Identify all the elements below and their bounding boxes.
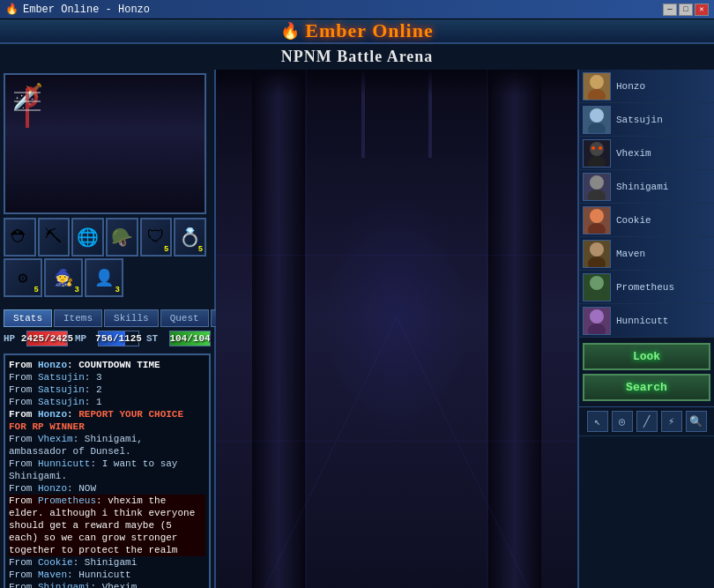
mage-icon: 🧙 <box>54 268 73 287</box>
hp-value: 2425/2425 <box>27 331 67 346</box>
avatar-maven <box>583 240 611 268</box>
search-button[interactable]: Search <box>583 374 710 401</box>
player-name-maven: Maven <box>616 249 645 259</box>
ring-count: 5 <box>198 245 203 254</box>
chat-line: From Cookie: Shinigami <box>9 556 205 569</box>
svg-point-16 <box>591 146 595 150</box>
target-tool[interactable]: ◎ <box>612 411 633 432</box>
tab-stats[interactable]: Stats <box>4 309 52 327</box>
player-name-vhexim: Vhexim <box>616 148 651 159</box>
chat-line: From Prometheus: vhexim the elder. altho… <box>9 495 205 556</box>
gear-count: 5 <box>34 286 39 294</box>
shield-slot[interactable]: 🛡 5 <box>140 218 173 257</box>
look-button[interactable]: Look <box>583 343 710 370</box>
shield-icon: 🛡 <box>147 227 165 248</box>
hat-icon: 🪖 <box>111 227 133 249</box>
app-title: Ember Online <box>305 19 433 42</box>
hp-row: HP 2425/2425 MP 756/1125 ST 104/104 <box>4 331 211 346</box>
hat-slot[interactable]: 🪖 <box>106 218 138 257</box>
tab-skills[interactable]: Skills <box>104 309 159 327</box>
mage-slot[interactable]: 🧙 3 <box>44 258 83 297</box>
equipment-area: ⛑ ⛏ 🌐 🪖 🛡 5 💍 <box>4 218 206 306</box>
svg-point-18 <box>590 175 604 190</box>
interact-tool[interactable]: ⚡ <box>661 411 682 432</box>
player-name-honzo: Honzo <box>616 81 645 92</box>
svg-point-15 <box>588 156 606 167</box>
shield-count: 5 <box>164 245 168 254</box>
tab-quest[interactable]: Quest <box>160 309 209 327</box>
chat-line: From Honzo: COUNTDOWN TIME <box>9 359 205 371</box>
window-title: Ember Online - Honzo <box>23 4 661 16</box>
chat-line: From Shinigami: Vhexim. <box>9 581 205 588</box>
app-logo-icon: 🔥 <box>280 21 300 41</box>
svg-point-17 <box>599 146 602 150</box>
equipment-row-1: ⛑ ⛏ 🌐 🪖 🛡 5 💍 <box>4 218 206 257</box>
right-panel: Honzo Satsujin <box>577 70 714 588</box>
avatar-honzo <box>583 72 611 100</box>
content-area: 🗡️ ⛑ ⛏ <box>0 70 714 588</box>
player-prometheus[interactable]: Prometheus <box>579 271 714 304</box>
player-shinigami[interactable]: Shinigami <box>579 170 714 204</box>
svg-point-27 <box>588 324 606 334</box>
helmet-slot[interactable]: ⛑ <box>4 218 36 257</box>
chat-area[interactable]: From Honzo: COUNTDOWN TIME From Satsujin… <box>4 354 211 588</box>
chat-line: From Maven: Hunnicutt <box>9 569 205 581</box>
avatar-satsujin <box>583 106 611 134</box>
tool-slot[interactable]: ⛏ <box>38 218 71 257</box>
left-panel: 🗡️ ⛑ ⛏ <box>0 70 216 588</box>
titlebar: 🔥 Ember Online - Honzo ─ □ ✕ <box>0 0 714 19</box>
svg-point-26 <box>590 309 604 324</box>
avatar-shinigami <box>583 173 611 201</box>
svg-point-13 <box>588 123 606 133</box>
zoom-tool[interactable]: 🔍 <box>686 411 707 432</box>
gear-slot[interactable]: ⚙ 5 <box>4 258 42 297</box>
avatar-prometheus <box>583 273 611 301</box>
mp-value: 756/1125 <box>99 331 138 346</box>
mage-count: 3 <box>75 286 79 294</box>
player-maven[interactable]: Maven <box>579 237 714 271</box>
tabs-row: Stats Items Skills Quest Map <box>0 306 214 327</box>
person-count: 3 <box>115 286 120 294</box>
tab-items[interactable]: Items <box>54 309 102 327</box>
globe-icon: 🌐 <box>77 227 99 249</box>
minimize-button[interactable]: ─ <box>663 4 677 16</box>
action-buttons: Look Search <box>579 338 714 406</box>
player-vhexim[interactable]: Vhexim <box>579 137 714 170</box>
person-slot[interactable]: 👤 3 <box>85 258 123 297</box>
hp-bar: 2425/2425 <box>26 331 68 346</box>
player-name-satsujin: Satsujin <box>616 115 663 125</box>
tool-icon: ⛏ <box>45 227 63 248</box>
close-button[interactable]: ✕ <box>695 4 709 16</box>
st-value: 104/104 <box>170 331 210 346</box>
maximize-button[interactable]: □ <box>679 4 693 16</box>
chat-line: From Honzo: NOW <box>9 482 205 495</box>
right-blank-area <box>579 435 714 588</box>
svg-point-22 <box>590 242 604 257</box>
avatar-hunnicutt <box>583 307 611 335</box>
tool-icons: ↖ ◎ ╱ ⚡ 🔍 <box>579 406 714 435</box>
scene-lines <box>216 70 577 588</box>
st-label: ST <box>146 333 166 344</box>
cursor-tool[interactable]: ↖ <box>587 411 608 432</box>
mp-bar: 756/1125 <box>98 331 139 346</box>
svg-point-19 <box>588 190 606 200</box>
player-satsujin[interactable]: Satsujin <box>579 103 714 137</box>
svg-point-12 <box>590 108 604 123</box>
svg-point-10 <box>590 75 604 89</box>
center-panel <box>216 70 577 588</box>
player-hunnicutt[interactable]: Hunnicutt <box>579 304 714 338</box>
svg-point-24 <box>590 276 604 290</box>
players-list: Honzo Satsujin <box>579 70 714 338</box>
character-view: 🗡️ <box>4 73 206 214</box>
attack-tool[interactable]: ╱ <box>636 411 658 432</box>
globe-slot[interactable]: 🌐 <box>71 218 104 257</box>
player-cookie[interactable]: Cookie <box>579 204 714 237</box>
player-honzo[interactable]: Honzo <box>579 70 714 103</box>
svg-point-25 <box>588 290 606 301</box>
player-name-hunnicutt: Hunnicutt <box>616 316 668 326</box>
ring-slot[interactable]: 💍 5 <box>174 218 206 257</box>
chat-line: From Satsujin: 3 <box>9 371 205 383</box>
equipment-row-2: ⚙ 5 🧙 3 👤 3 <box>4 258 206 297</box>
avatar-vhexim <box>583 139 611 167</box>
chat-line: From Hunnicutt: I want to say Shinigami. <box>9 458 205 482</box>
